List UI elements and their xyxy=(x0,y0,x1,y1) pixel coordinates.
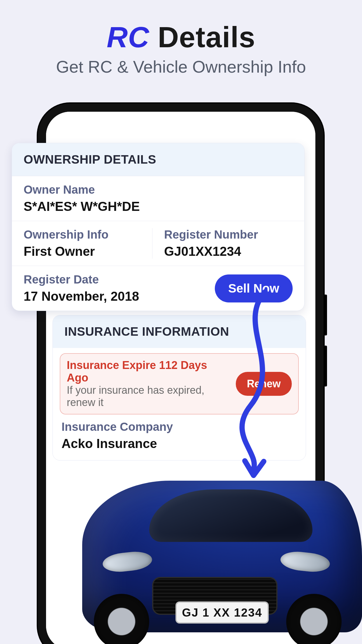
ownership-info-cell: Ownership Info First Owner xyxy=(24,228,152,259)
ownership-card: OWNERSHIP DETAILS Owner Name S*AI*ES* W*… xyxy=(12,143,305,311)
owner-name-label: Owner Name xyxy=(24,183,293,196)
hero-title: RC Details xyxy=(0,20,362,54)
register-number-value: GJ01XX1234 xyxy=(164,244,293,259)
register-number-cell: Register Number GJ01XX1234 xyxy=(152,228,293,259)
ownership-reg-row: Ownership Info First Owner Register Numb… xyxy=(12,221,304,266)
insurance-expire-title: Insurance Expire 112 Days Ago xyxy=(67,359,230,384)
insurance-heading: INSURANCE INFORMATION xyxy=(53,315,306,348)
insurance-alert: Insurance Expire 112 Days Ago If your in… xyxy=(60,353,299,414)
insurance-expire-sub: If your insurance has expired, renew it xyxy=(67,384,230,409)
insurance-card: INSURANCE INFORMATION Insurance Expire 1… xyxy=(52,315,306,461)
renew-button[interactable]: Renew xyxy=(236,372,292,396)
register-date-label: Register Date xyxy=(24,273,139,286)
hero-title-details: Details xyxy=(149,21,255,53)
ownership-info-label: Ownership Info xyxy=(24,228,152,241)
license-plate: GJ 1 XX 1234 xyxy=(175,601,269,624)
car-illustration: GJ 1 XX 1234 xyxy=(82,463,362,644)
phone-side-button xyxy=(324,295,327,335)
hero-title-rc: RC xyxy=(107,21,149,53)
register-date-cell: Register Date 17 November, 2018 xyxy=(24,273,139,304)
phone-side-button xyxy=(324,346,327,386)
owner-name-row: Owner Name S*AI*ES* W*GH*DE xyxy=(12,176,304,221)
ownership-heading: OWNERSHIP DETAILS xyxy=(12,143,304,176)
insurance-company-value: Acko Insurance xyxy=(61,436,297,451)
page-hero: RC Details Get RC & Vehicle Ownership In… xyxy=(0,0,362,76)
register-number-label: Register Number xyxy=(164,228,293,241)
register-date-value: 17 November, 2018 xyxy=(24,289,139,304)
ownership-info-value: First Owner xyxy=(24,244,152,259)
insurance-company-row: Insurance Company Acko Insurance xyxy=(53,414,306,460)
sell-now-button[interactable]: Sell Now xyxy=(215,274,293,302)
owner-name-value: S*AI*ES* W*GH*DE xyxy=(24,199,293,214)
insurance-company-label: Insurance Company xyxy=(61,420,297,433)
hero-subtitle: Get RC & Vehicle Ownership Info xyxy=(0,57,362,76)
register-date-row: Register Date 17 November, 2018 Sell Now xyxy=(12,266,304,311)
